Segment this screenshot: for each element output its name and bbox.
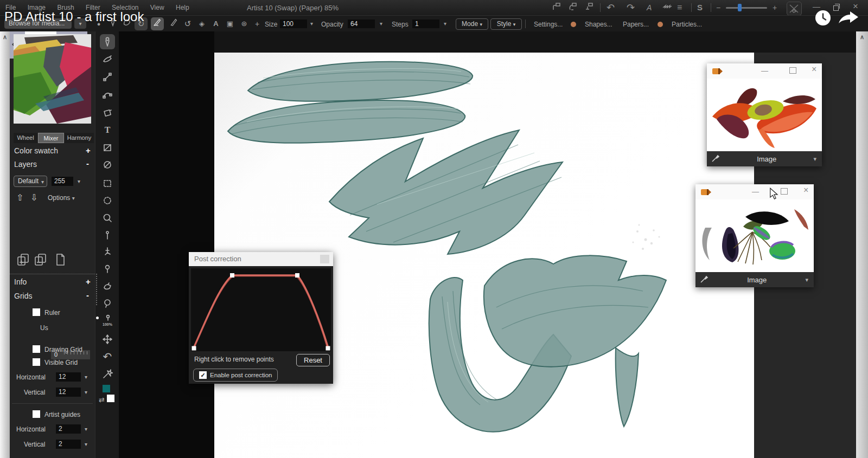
layer-opacity-caret[interactable]: ▾: [78, 178, 80, 184]
mode-dropdown[interactable]: Mode ▾: [456, 18, 488, 30]
secondary-color-swatch[interactable]: [107, 395, 114, 402]
bend-cursor-tool[interactable]: [100, 244, 115, 259]
image-panel-titlebar[interactable]: — ×: [707, 63, 822, 79]
particles-button[interactable]: Particles...: [672, 21, 702, 28]
undo-tool[interactable]: ↶: [100, 349, 115, 364]
image-panel-preview[interactable]: [707, 79, 822, 151]
panel-close-icon[interactable]: ×: [812, 64, 816, 74]
panel-close-icon[interactable]: ×: [803, 185, 808, 195]
grid-horizontal-field[interactable]: 12: [56, 372, 81, 382]
swap-colors-icon[interactable]: ⇄: [99, 396, 105, 404]
text-tool[interactable]: T: [100, 122, 115, 138]
dialog-close-button[interactable]: [320, 255, 329, 263]
line-tool[interactable]: [100, 69, 115, 85]
quick-sketch-icon[interactable]: [151, 17, 164, 30]
current-color-swatch[interactable]: [103, 385, 110, 392]
mirror-icon[interactable]: [662, 1, 674, 16]
steps-field[interactable]: 1: [412, 20, 439, 28]
list-icon[interactable]: ≡: [677, 1, 682, 14]
redo-icon[interactable]: ↷: [627, 1, 635, 14]
deselect-tool[interactable]: [100, 157, 115, 172]
rect-select-tool[interactable]: [100, 176, 115, 191]
sparkle-brush-icon[interactable]: ⊛: [238, 17, 251, 30]
guides-horizontal-caret[interactable]: ▾: [85, 426, 87, 432]
shapes-button[interactable]: Shapes...: [585, 21, 612, 28]
undo-icon[interactable]: ↶: [607, 1, 615, 14]
visible-grid-checkbox[interactable]: [33, 358, 40, 366]
zoom-out-icon[interactable]: −: [716, 1, 720, 14]
move-tool[interactable]: [100, 332, 115, 347]
color-mixer-pad[interactable]: [14, 34, 91, 124]
fill-tool[interactable]: [100, 105, 115, 120]
menu-help[interactable]: Help: [176, 0, 189, 15]
layer-move-up-button[interactable]: ⇧: [16, 192, 23, 203]
layer-move-down-button[interactable]: ⇩: [30, 192, 37, 203]
image-panel-caret[interactable]: ▾: [805, 276, 808, 283]
autoshape-icon[interactable]: A: [647, 1, 652, 14]
layers-header[interactable]: Layers: [14, 160, 37, 169]
reset-button[interactable]: Reset: [296, 354, 330, 366]
tab-mixer[interactable]: Mixer: [38, 133, 64, 143]
guides-vertical-caret[interactable]: ▾: [85, 441, 87, 447]
panel-minimize-icon[interactable]: —: [752, 188, 759, 196]
grid-horizontal-caret[interactable]: ▾: [85, 374, 87, 380]
image-panel-preview[interactable]: [695, 199, 814, 272]
share-arrow-icon[interactable]: [838, 11, 859, 25]
info-expand-button[interactable]: +: [86, 277, 91, 286]
ruler-checkbox[interactable]: [33, 308, 40, 316]
cycle-colors-icon[interactable]: ↺: [181, 17, 194, 30]
scroll-up-icon[interactable]: ∧: [0, 34, 10, 41]
zoom-slider[interactable]: [726, 7, 767, 9]
left-scrollbar[interactable]: ∧: [0, 31, 10, 458]
opacity-field[interactable]: 64: [348, 20, 375, 28]
smudge-tool[interactable]: [100, 52, 115, 67]
balloon-zoom-tool[interactable]: [100, 296, 115, 311]
press-tool[interactable]: [100, 279, 115, 294]
zoom-slider-handle[interactable]: [738, 4, 742, 11]
guides-horizontal-field[interactable]: 2: [56, 424, 81, 434]
pencil-icon[interactable]: [167, 17, 180, 30]
style-dropdown[interactable]: Style ▾: [490, 18, 522, 30]
size-field[interactable]: 100: [280, 20, 307, 28]
correction-curve-editor[interactable]: [191, 268, 331, 351]
zoom-in-icon[interactable]: +: [773, 1, 777, 14]
grid-vertical-field[interactable]: 12: [56, 388, 81, 397]
layer-opacity-field[interactable]: 255: [52, 177, 73, 186]
layer-options-dropdown[interactable]: Options ▾: [48, 194, 75, 202]
curve-handles[interactable]: [192, 273, 330, 351]
menu-view[interactable]: View: [150, 0, 164, 15]
color-swatch-add-button[interactable]: +: [86, 146, 91, 155]
eyedropper-icon[interactable]: [711, 154, 720, 164]
note-pad-icon[interactable]: ▣: [224, 17, 237, 30]
eyedropper-icon[interactable]: [700, 275, 709, 285]
enable-post-correction-checkbox[interactable]: ✓: [199, 371, 207, 379]
panel-minimize-icon[interactable]: —: [761, 67, 768, 75]
tab-harmony[interactable]: Harmony: [65, 133, 94, 143]
watch-later-clock-icon[interactable]: [815, 10, 831, 25]
arrange-icon-2[interactable]: [567, 1, 578, 16]
new-page-button[interactable]: [53, 253, 67, 268]
auto-paint-icon[interactable]: A: [209, 17, 222, 30]
post-correction-title[interactable]: Post correction: [189, 252, 333, 266]
brush-disabled-icon[interactable]: [787, 2, 802, 16]
snap-cross-icon[interactable]: +: [251, 17, 264, 30]
remove-layer-button[interactable]: [34, 253, 48, 268]
zoom-tool[interactable]: [100, 210, 115, 225]
drawing-grid-checkbox[interactable]: [33, 345, 40, 353]
papers-button[interactable]: Papers...: [623, 21, 649, 28]
grids-header[interactable]: Grids: [14, 292, 32, 300]
layers-collapse-button[interactable]: -: [86, 159, 89, 168]
panel-drag-handle[interactable]: [96, 274, 99, 305]
steps-caret[interactable]: ▾: [444, 21, 446, 27]
curve-tool[interactable]: [100, 87, 115, 102]
opacity-caret[interactable]: ▾: [380, 21, 382, 27]
blend-mode-dropdown[interactable]: Default▾: [14, 176, 47, 187]
artist-guides-checkbox[interactable]: [33, 410, 40, 418]
pin-tool[interactable]: [100, 228, 115, 243]
pin-star-tool[interactable]: [100, 366, 115, 382]
tab-wheel[interactable]: Wheel: [14, 133, 37, 143]
crop-tool[interactable]: [100, 140, 115, 155]
right-scrollbar[interactable]: ∧: [856, 31, 868, 458]
image-panel-titlebar[interactable]: — ×: [695, 184, 814, 199]
settings-button[interactable]: Settings...: [534, 21, 563, 28]
